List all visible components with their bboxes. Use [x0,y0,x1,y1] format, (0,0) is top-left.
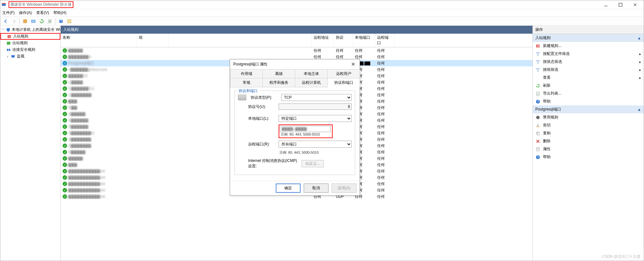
actions-section2-header[interactable]: Postgresql端口 ▲ [533,105,644,113]
tree-connsec[interactable]: 连接安全规则 [0,46,60,53]
menu-help[interactable]: 帮助(H) [53,10,66,16]
col-remote-addr[interactable]: 远程地址 [312,34,334,47]
rule-enabled-icon: ✓ [63,124,67,129]
rule-name-text: S▇▇▇▇▇▇▇nt [68,131,94,135]
tab-programs[interactable]: 程序和服务 [262,78,295,87]
action-properties[interactable]: 属性 [533,145,644,153]
expand-icon[interactable]: ﹀ [2,27,5,32]
action-filter-profile[interactable]: 按配置文件筛选▸ [533,50,644,58]
tab-remote-computer[interactable]: 远程计算机 [295,78,328,87]
tb-btn-last[interactable] [66,18,73,25]
action-new-rule[interactable]: ✶新建规则... [533,42,644,50]
help-icon: ? [535,99,540,104]
action-help2[interactable]: ?帮助 [533,153,644,161]
action-filter-group[interactable]: 按组筛选▸ [533,66,644,74]
local-port-mode-select[interactable]: 特定端口 [279,115,352,122]
rule-group [137,69,169,70]
actions-section1-title: 入站规则 [535,35,551,41]
tab-advanced[interactable]: 高级 [262,69,295,78]
tab-general[interactable]: 常规 [230,78,263,87]
rule-remote-port: 任何 [375,105,394,111]
tb-btn-2[interactable] [30,18,37,25]
menu-file[interactable]: 文件(F) [2,10,15,16]
action-disable-rule[interactable]: 禁用规则 [533,113,644,121]
remote-port-mode-select[interactable]: 所有端口 [279,141,352,148]
minimize-button[interactable] [599,0,613,9]
tb-refresh-button[interactable] [38,18,45,25]
action-filter-state[interactable]: 按状态筛选▸ [533,58,644,66]
chevron-right-icon: ▸ [639,76,641,80]
disable-icon [535,115,540,120]
rule-name-text: ▇▇▇▇▇▇▇▇▇▇▇ent [68,182,105,186]
tb-btn-1[interactable] [22,18,29,25]
chevron-right-icon: ▸ [639,60,641,64]
action-help[interactable]: ?帮助 [533,97,644,105]
local-port-highlight: 示例: 80, 443, 5000-5010 [279,124,333,138]
dialog-buttons: 确定 取消 应用(A) [230,181,360,195]
expand-icon[interactable]: › [6,54,9,59]
actions-section1-header[interactable]: 入站规则 ▲ [533,34,644,42]
rule-group [137,76,169,76]
rule-group [137,126,169,127]
tab-local-principal[interactable]: 本地主体 [295,69,328,78]
filter-icon [535,51,540,57]
rule-name-text: ▇▇▇▇▇▇▇▇▇▇▇ent [68,169,105,173]
action-cut[interactable]: 剪切 [533,121,644,129]
col-local-port[interactable]: 本地端口 [353,34,375,47]
rule-remote-port: 任何 [375,149,394,155]
tree-outbound[interactable]: 出站规则 [0,40,60,46]
action-export[interactable]: 导出列表... [533,90,644,97]
rule-remote-port: 任何 [375,124,394,130]
rule-enabled-icon: ✓ [63,194,67,199]
rule-group [137,164,169,165]
col-name[interactable]: 名称 [61,34,137,47]
local-port-value-input[interactable] [280,126,331,132]
menu-action[interactable]: 操作(A) [19,10,32,16]
tree-outbound-label: 出站规则 [12,40,28,46]
tab-scope[interactable]: 作用域 [230,69,263,78]
svg-rect-28 [537,132,539,135]
col-group[interactable]: 组 [137,34,169,47]
col-remote-port[interactable]: 远程端口 [375,34,394,47]
tree-inbound[interactable]: 入站规则 [0,33,60,40]
rule-enabled-icon: ✓ [63,175,67,180]
rule-group [137,139,169,140]
rule-row[interactable]: ✓▇▇▇▇▇任何任何任何任何 [61,47,532,54]
outbound-icon [6,41,11,46]
col-protocol[interactable]: 协议 [334,34,353,47]
filter-icon [535,67,540,72]
menu-view[interactable]: 查看(V) [36,10,49,16]
collapse-icon: ▲ [637,36,641,40]
properties-dialog: Postgresql端口 属性 ✕ 作用域 高级 本地主体 远程用户 常规 程序… [230,59,360,196]
tb-help-button[interactable]: ? [58,18,64,25]
tree-monitor[interactable]: › 监视 [0,53,60,60]
rule-group [137,101,169,102]
tree-root[interactable]: ﹀ 本地计算机 上的高级安全 Wind [0,26,60,33]
maximize-button[interactable] [613,0,628,9]
center-panel: 入站规则 名称 组 远程地址 协议 本地端口 远程端口 ✓▇▇▇▇▇任何任何任何… [61,26,532,261]
rule-name-text: S▇▇▇▇▇▇ [68,124,88,129]
svg-text:?: ? [60,19,62,23]
tb-export-button[interactable] [46,18,53,25]
action-view[interactable]: 查看▸ [533,74,644,82]
action-refresh[interactable]: 刷新 [533,82,644,90]
ok-button[interactable]: 确定 [276,184,301,193]
nav-forward-button[interactable] [10,18,17,25]
action-copy[interactable]: 复制 [533,129,644,137]
tab-remote-user[interactable]: 远程用户 [327,69,360,78]
cancel-button[interactable]: 取消 [304,184,329,193]
rule-remote-port: 任何 [375,168,394,174]
rule-enabled-icon: ✓ [63,156,67,161]
rule-enabled-icon: ✓ [63,67,67,72]
action-delete[interactable]: 删除 [533,137,644,145]
rule-remote-port: 任何 [375,54,394,60]
close-button[interactable] [628,0,642,9]
tab-protocol-port[interactable]: 协议和端口 [327,78,360,87]
rule-remote-port: 任何 [375,194,394,200]
hint-local: 示例: 80, 443, 5000-5010 [281,132,331,137]
dialog-close-button[interactable]: ✕ [350,61,356,67]
rule-enabled-icon: ✓ [63,99,67,104]
proto-type-select[interactable]: TCP [281,94,352,101]
nav-back-button[interactable] [2,18,9,25]
rule-name-text: ▇▇▇▇▇▇▇▇▇▇▇ent [68,188,105,192]
